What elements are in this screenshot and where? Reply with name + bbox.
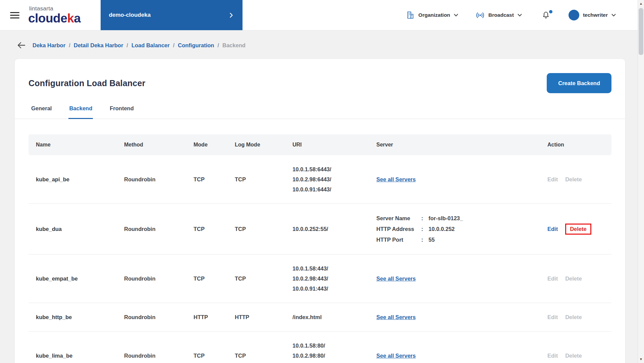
see-all-servers-link[interactable]: See all Servers: [376, 176, 416, 182]
column-method: Method: [124, 142, 194, 148]
edit-button[interactable]: Edit: [547, 353, 558, 359]
column-name: Name: [36, 142, 124, 148]
scrollbar[interactable]: ▲ ▼: [638, 0, 644, 363]
edit-button[interactable]: Edit: [547, 226, 558, 232]
broadcast-icon: [476, 11, 485, 19]
project-selector[interactable]: demo-cloudeka: [101, 0, 243, 30]
breadcrumb-separator: /: [173, 42, 175, 49]
delete-button[interactable]: Delete: [565, 314, 582, 320]
configuration-card: Configuration Load Balancer Create Backe…: [15, 59, 625, 363]
tab-backend[interactable]: Backend: [68, 102, 93, 119]
breadcrumb-detail-deka-harbor[interactable]: Detail Deka Harbor: [74, 42, 123, 49]
row-actions: EditDelete: [547, 226, 611, 232]
row-log-mode: TCP: [235, 226, 292, 232]
row-log-mode: TCP: [235, 176, 292, 183]
delete-button[interactable]: Delete: [565, 224, 591, 235]
see-all-servers-link[interactable]: See all Servers: [376, 314, 416, 320]
menu-toggle-icon[interactable]: [10, 10, 19, 20]
row-server: See all Servers: [376, 276, 547, 282]
create-backend-button[interactable]: Create Backend: [547, 73, 611, 93]
scroll-down-icon[interactable]: ▼: [638, 357, 644, 362]
row-name: kube_http_be: [36, 314, 124, 320]
row-method: Roundrobin: [124, 353, 194, 359]
row-uri: 10.0.1.58:6443/10.0.2.98:6443/10.0.0.91:…: [292, 164, 376, 194]
row-actions: EditDelete: [547, 276, 611, 282]
row-uri: /index.html: [292, 312, 376, 322]
scroll-up-icon[interactable]: ▲: [638, 1, 644, 6]
page-title: Configuration Load Balancer: [29, 78, 145, 88]
row-name: kube_lima_be: [36, 353, 124, 359]
user-menu[interactable]: techwriter: [569, 10, 616, 20]
breadcrumb-separator: /: [217, 42, 219, 49]
row-actions: EditDelete: [547, 176, 611, 183]
back-arrow-icon[interactable]: [16, 42, 26, 49]
delete-button[interactable]: Delete: [565, 353, 582, 359]
row-server: See all Servers: [376, 176, 547, 183]
avatar: [569, 10, 579, 20]
row-method: Roundrobin: [124, 314, 194, 320]
row-server: See all Servers: [376, 314, 547, 320]
breadcrumb-configuration[interactable]: Configuration: [178, 42, 214, 49]
organization-icon: [406, 11, 415, 19]
column-log-mode: Log Mode: [235, 142, 292, 148]
row-uri: 10.0.1.58:443/10.0.2.98:443/10.0.0.91:44…: [292, 263, 376, 294]
broadcast-menu[interactable]: Broadcast: [476, 11, 522, 19]
scrollbar-thumb[interactable]: [639, 8, 643, 55]
delete-button[interactable]: Delete: [565, 276, 582, 282]
breadcrumb-load-balancer[interactable]: Load Balancer: [131, 42, 170, 49]
column-mode: Mode: [194, 142, 235, 148]
row-name: kube_dua: [36, 226, 124, 232]
see-all-servers-link[interactable]: See all Servers: [376, 353, 416, 359]
tabs: General Backend Frontend: [15, 102, 625, 119]
column-server: Server: [376, 142, 547, 148]
row-log-mode: TCP: [235, 276, 292, 282]
row-method: Roundrobin: [124, 176, 194, 183]
brand-lintasarta: lintasarta: [29, 6, 80, 11]
brand-logo: lintasarta cloudeka: [28, 6, 80, 24]
row-actions: EditDelete: [547, 353, 611, 359]
row-method: Roundrobin: [124, 226, 194, 232]
chevron-right-icon: [229, 12, 233, 18]
edit-button[interactable]: Edit: [547, 176, 558, 183]
row-log-mode: HTTP: [235, 314, 292, 320]
edit-button[interactable]: Edit: [547, 276, 558, 282]
row-uri: 10.0.0.252:55/: [292, 224, 376, 234]
table-row: kube_http_beRoundrobinHTTPHTTP/index.htm…: [29, 303, 611, 331]
row-mode: TCP: [194, 276, 235, 282]
brand-cloudeka: cloudeka: [28, 12, 80, 24]
row-uri: 10.0.1.58:80/10.0.2.98:80/10.0.0.91:80/: [292, 341, 376, 363]
top-bar: lintasarta cloudeka demo-cloudeka Organi…: [0, 0, 644, 30]
breadcrumb-separator: /: [69, 42, 70, 49]
edit-button[interactable]: Edit: [547, 314, 558, 320]
organization-menu[interactable]: Organization: [406, 11, 458, 19]
table-row: kube_api_beRoundrobinTCPTCP10.0.1.58:644…: [29, 155, 611, 204]
row-server: Server Name:for-slb-0123_HTTP Address:10…: [376, 213, 547, 245]
see-all-servers-link[interactable]: See all Servers: [376, 276, 416, 282]
chevron-down-icon: [518, 14, 522, 17]
table-row: kube_empat_beRoundrobinTCPTCP10.0.1.58:4…: [29, 254, 611, 303]
chevron-down-icon: [611, 14, 616, 17]
breadcrumb-deka-harbor[interactable]: Deka Harbor: [33, 42, 65, 49]
breadcrumb-backend: Backend: [222, 42, 246, 49]
row-name: kube_api_be: [36, 176, 124, 183]
table-body: kube_api_beRoundrobinTCPTCP10.0.1.58:644…: [29, 155, 611, 363]
column-action: Action: [547, 142, 611, 148]
row-actions: EditDelete: [547, 314, 611, 320]
delete-button[interactable]: Delete: [565, 176, 582, 183]
notifications-button[interactable]: [541, 11, 550, 20]
table-row: kube_lima_beRoundrobinTCPTCP10.0.1.58:80…: [29, 331, 611, 363]
table-row: kube_duaRoundrobinTCPTCP10.0.0.252:55/Se…: [29, 204, 611, 254]
project-name: demo-cloudeka: [109, 12, 151, 18]
notification-dot: [549, 10, 552, 13]
table-header: Name Method Mode Log Mode URI Server Act…: [29, 134, 611, 155]
user-name: techwriter: [583, 12, 608, 18]
organization-label: Organization: [418, 12, 450, 18]
breadcrumb-separator: /: [126, 42, 128, 49]
tab-general[interactable]: General: [31, 102, 52, 119]
row-mode: TCP: [194, 226, 235, 232]
column-uri: URI: [292, 142, 376, 148]
row-name: kube_empat_be: [36, 276, 124, 282]
breadcrumb: Deka Harbor / Detail Deka Harbor / Load …: [0, 30, 644, 59]
chevron-down-icon: [454, 14, 458, 17]
tab-frontend[interactable]: Frontend: [109, 102, 135, 119]
